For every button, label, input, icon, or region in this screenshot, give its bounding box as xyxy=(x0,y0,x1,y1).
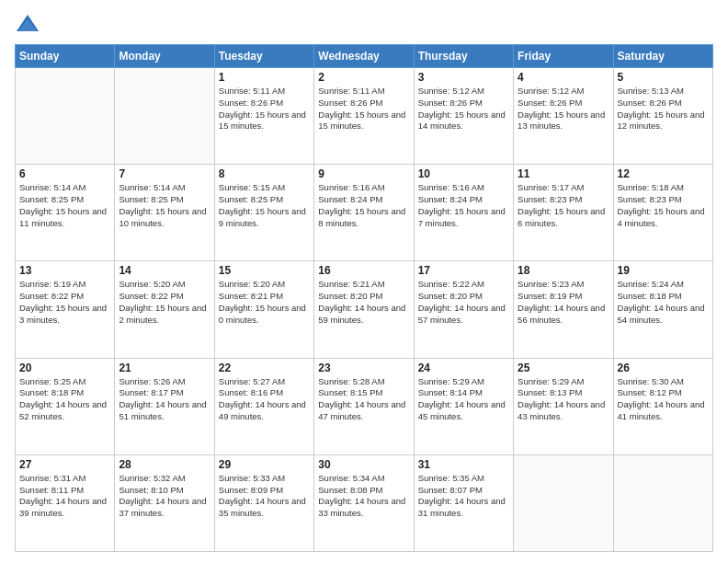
day-cell: 16Sunrise: 5:21 AMSunset: 8:20 PMDayligh… xyxy=(314,261,414,358)
day-number: 26 xyxy=(618,362,709,374)
day-cell: 10Sunrise: 5:16 AMSunset: 8:24 PMDayligh… xyxy=(414,165,513,261)
day-info: Sunrise: 5:26 AMSunset: 8:17 PMDaylight:… xyxy=(119,376,210,423)
header-cell-sunday: Sunday xyxy=(16,45,115,68)
day-number: 14 xyxy=(119,264,210,277)
day-cell: 2Sunrise: 5:11 AMSunset: 8:26 PMDaylight… xyxy=(314,68,414,165)
day-info: Sunrise: 5:30 AMSunset: 8:12 PMDaylight:… xyxy=(618,376,709,423)
day-info: Sunrise: 5:28 AMSunset: 8:15 PMDaylight:… xyxy=(318,376,409,423)
day-info: Sunrise: 5:20 AMSunset: 8:21 PMDaylight:… xyxy=(219,279,310,326)
day-number: 17 xyxy=(418,264,509,277)
day-info: Sunrise: 5:33 AMSunset: 8:09 PMDaylight:… xyxy=(219,473,310,520)
day-info: Sunrise: 5:34 AMSunset: 8:08 PMDaylight:… xyxy=(318,473,409,520)
day-info: Sunrise: 5:16 AMSunset: 8:24 PMDaylight:… xyxy=(318,182,409,229)
day-number: 18 xyxy=(518,264,609,277)
day-info: Sunrise: 5:11 AMSunset: 8:26 PMDaylight:… xyxy=(219,86,310,132)
day-info: Sunrise: 5:20 AMSunset: 8:22 PMDaylight:… xyxy=(119,279,210,326)
day-number: 11 xyxy=(518,167,609,180)
header-cell-saturday: Saturday xyxy=(613,45,712,68)
day-info: Sunrise: 5:14 AMSunset: 8:25 PMDaylight:… xyxy=(19,182,110,229)
day-cell: 22Sunrise: 5:27 AMSunset: 8:16 PMDayligh… xyxy=(214,358,313,454)
day-info: Sunrise: 5:24 AMSunset: 8:18 PMDaylight:… xyxy=(618,279,709,326)
day-cell: 30Sunrise: 5:34 AMSunset: 8:08 PMDayligh… xyxy=(314,454,414,551)
day-number: 9 xyxy=(318,167,409,180)
day-cell: 4Sunrise: 5:12 AMSunset: 8:26 PMDaylight… xyxy=(514,68,613,165)
day-number: 3 xyxy=(418,71,509,84)
day-info: Sunrise: 5:19 AMSunset: 8:22 PMDaylight:… xyxy=(19,279,110,326)
day-number: 7 xyxy=(119,167,210,180)
day-info: Sunrise: 5:15 AMSunset: 8:25 PMDaylight:… xyxy=(219,182,310,229)
day-number: 21 xyxy=(119,362,210,374)
day-cell: 18Sunrise: 5:23 AMSunset: 8:19 PMDayligh… xyxy=(514,261,613,358)
day-cell: 15Sunrise: 5:20 AMSunset: 8:21 PMDayligh… xyxy=(214,261,313,358)
day-cell: 27Sunrise: 5:31 AMSunset: 8:11 PMDayligh… xyxy=(16,454,115,551)
day-cell: 14Sunrise: 5:20 AMSunset: 8:22 PMDayligh… xyxy=(115,261,214,358)
day-cell: 7Sunrise: 5:14 AMSunset: 8:25 PMDaylight… xyxy=(115,165,214,261)
day-number: 23 xyxy=(318,362,409,374)
day-info: Sunrise: 5:11 AMSunset: 8:26 PMDaylight:… xyxy=(318,86,409,132)
day-number: 25 xyxy=(518,362,609,374)
day-info: Sunrise: 5:32 AMSunset: 8:10 PMDaylight:… xyxy=(119,473,210,520)
day-info: Sunrise: 5:16 AMSunset: 8:24 PMDaylight:… xyxy=(418,182,509,229)
day-number: 2 xyxy=(318,71,409,84)
day-number: 24 xyxy=(418,362,509,374)
day-cell: 21Sunrise: 5:26 AMSunset: 8:17 PMDayligh… xyxy=(115,358,214,454)
day-cell xyxy=(514,454,613,551)
day-info: Sunrise: 5:23 AMSunset: 8:19 PMDaylight:… xyxy=(518,279,609,326)
header xyxy=(15,11,713,37)
day-number: 5 xyxy=(618,71,709,84)
day-info: Sunrise: 5:25 AMSunset: 8:18 PMDaylight:… xyxy=(19,376,110,423)
week-row-0: 1Sunrise: 5:11 AMSunset: 8:26 PMDaylight… xyxy=(16,68,713,165)
day-cell: 19Sunrise: 5:24 AMSunset: 8:18 PMDayligh… xyxy=(613,261,712,358)
day-info: Sunrise: 5:22 AMSunset: 8:20 PMDaylight:… xyxy=(418,279,509,326)
day-number: 22 xyxy=(219,362,310,374)
day-number: 12 xyxy=(618,167,709,180)
day-number: 27 xyxy=(19,458,110,471)
day-number: 16 xyxy=(318,264,409,277)
day-number: 6 xyxy=(19,167,110,180)
week-row-1: 6Sunrise: 5:14 AMSunset: 8:25 PMDaylight… xyxy=(16,165,713,261)
day-cell: 20Sunrise: 5:25 AMSunset: 8:18 PMDayligh… xyxy=(16,358,115,454)
day-cell: 13Sunrise: 5:19 AMSunset: 8:22 PMDayligh… xyxy=(16,261,115,358)
day-number: 28 xyxy=(119,458,210,471)
day-cell: 25Sunrise: 5:29 AMSunset: 8:13 PMDayligh… xyxy=(514,358,613,454)
day-cell: 12Sunrise: 5:18 AMSunset: 8:23 PMDayligh… xyxy=(613,165,712,261)
day-number: 8 xyxy=(219,167,310,180)
day-info: Sunrise: 5:17 AMSunset: 8:23 PMDaylight:… xyxy=(518,182,609,229)
day-info: Sunrise: 5:29 AMSunset: 8:14 PMDaylight:… xyxy=(418,376,509,423)
day-cell: 6Sunrise: 5:14 AMSunset: 8:25 PMDaylight… xyxy=(16,165,115,261)
day-info: Sunrise: 5:35 AMSunset: 8:07 PMDaylight:… xyxy=(418,473,509,520)
day-cell: 29Sunrise: 5:33 AMSunset: 8:09 PMDayligh… xyxy=(214,454,313,551)
day-info: Sunrise: 5:12 AMSunset: 8:26 PMDaylight:… xyxy=(418,86,509,132)
day-number: 19 xyxy=(618,264,709,277)
header-cell-tuesday: Tuesday xyxy=(214,45,313,68)
day-cell xyxy=(115,68,214,165)
week-row-4: 27Sunrise: 5:31 AMSunset: 8:11 PMDayligh… xyxy=(16,454,713,551)
day-info: Sunrise: 5:21 AMSunset: 8:20 PMDaylight:… xyxy=(318,279,409,326)
day-number: 13 xyxy=(19,264,110,277)
day-cell: 1Sunrise: 5:11 AMSunset: 8:26 PMDaylight… xyxy=(214,68,313,165)
day-number: 4 xyxy=(518,71,609,84)
day-cell: 26Sunrise: 5:30 AMSunset: 8:12 PMDayligh… xyxy=(613,358,712,454)
day-info: Sunrise: 5:18 AMSunset: 8:23 PMDaylight:… xyxy=(618,182,709,229)
day-info: Sunrise: 5:13 AMSunset: 8:26 PMDaylight:… xyxy=(618,86,709,132)
day-number: 15 xyxy=(219,264,310,277)
day-number: 30 xyxy=(318,458,409,471)
day-info: Sunrise: 5:14 AMSunset: 8:25 PMDaylight:… xyxy=(119,182,210,229)
week-row-3: 20Sunrise: 5:25 AMSunset: 8:18 PMDayligh… xyxy=(16,358,713,454)
header-cell-monday: Monday xyxy=(115,45,214,68)
header-cell-wednesday: Wednesday xyxy=(314,45,414,68)
day-cell: 23Sunrise: 5:28 AMSunset: 8:15 PMDayligh… xyxy=(314,358,414,454)
day-number: 1 xyxy=(219,71,310,84)
page: SundayMondayTuesdayWednesdayThursdayFrid… xyxy=(0,0,728,563)
day-cell: 9Sunrise: 5:16 AMSunset: 8:24 PMDaylight… xyxy=(314,165,414,261)
calendar: SundayMondayTuesdayWednesdayThursdayFrid… xyxy=(15,44,713,552)
day-cell: 28Sunrise: 5:32 AMSunset: 8:10 PMDayligh… xyxy=(115,454,214,551)
header-row: SundayMondayTuesdayWednesdayThursdayFrid… xyxy=(16,45,713,68)
day-info: Sunrise: 5:12 AMSunset: 8:26 PMDaylight:… xyxy=(518,86,609,132)
day-cell: 11Sunrise: 5:17 AMSunset: 8:23 PMDayligh… xyxy=(514,165,613,261)
day-cell: 17Sunrise: 5:22 AMSunset: 8:20 PMDayligh… xyxy=(414,261,513,358)
header-cell-friday: Friday xyxy=(514,45,613,68)
day-cell: 5Sunrise: 5:13 AMSunset: 8:26 PMDaylight… xyxy=(613,68,712,165)
day-info: Sunrise: 5:31 AMSunset: 8:11 PMDaylight:… xyxy=(19,473,110,520)
day-number: 29 xyxy=(219,458,310,471)
